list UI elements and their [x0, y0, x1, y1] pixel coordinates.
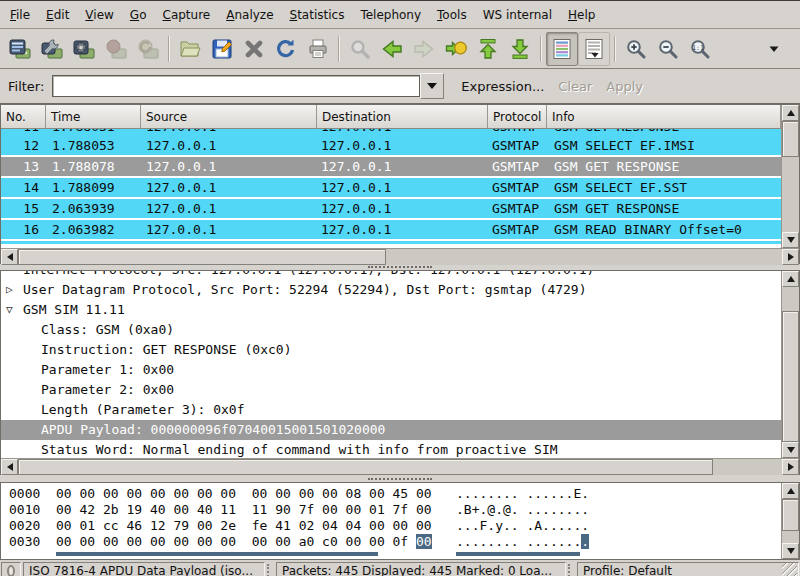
column-header-destination[interactable]: Destination [317, 105, 488, 129]
menu-view[interactable]: View [77, 4, 121, 26]
menu-capture[interactable]: Capture [154, 4, 218, 26]
menu-help[interactable]: Help [560, 4, 603, 26]
menu-telephony[interactable]: Telephony [352, 4, 429, 26]
zoom-in-button[interactable] [620, 32, 652, 66]
expert-info-indicator[interactable] [1, 562, 21, 576]
menu-tools[interactable]: Tools [429, 4, 475, 26]
auto-scroll-button[interactable] [578, 32, 610, 66]
scrollbar-trough[interactable] [713, 459, 782, 475]
filter-dropdown-button[interactable] [420, 73, 444, 99]
scrollbar-thumb[interactable] [782, 311, 799, 442]
hex-row[interactable]: 003000 00 00 00 00 00 00 00 00 00 a0 c0 … [1, 534, 781, 550]
detail-vscrollbar[interactable] [781, 271, 799, 458]
go-back-button[interactable] [376, 32, 408, 66]
list-interfaces-button[interactable] [4, 32, 36, 66]
scroll-down-button[interactable] [782, 442, 799, 458]
expander-closed-icon[interactable]: ▷ [6, 280, 20, 300]
hex-row[interactable]: 000000 00 00 00 00 00 00 00 00 00 00 00 … [1, 486, 781, 502]
go-to-bottom-button[interactable] [504, 32, 536, 66]
expander-open-icon[interactable]: ▽ [6, 300, 20, 320]
detail-row-partial[interactable]: Internet Protocol, Src: 127.0.0.1 (127.0… [1, 271, 781, 280]
capture-stop-button[interactable] [100, 32, 132, 66]
scroll-right-button[interactable] [782, 249, 799, 265]
hex-row[interactable]: 001000 42 2b 19 40 00 40 11 11 90 7f 00 … [1, 502, 781, 518]
detail-row-gsm-sim[interactable]: ▽GSM SIM 11.11 [1, 300, 781, 320]
expression-button[interactable]: Expression... [454, 75, 551, 98]
packet-row[interactable]: 152.063939127.0.0.1127.0.0.1GSMTAPGSM GE… [1, 199, 781, 220]
scrollbar-trough[interactable] [782, 531, 799, 543]
detail-row-parameter1[interactable]: Parameter 1: 0x00 [1, 360, 781, 380]
go-forward-button[interactable] [408, 32, 440, 66]
pane-splitter[interactable] [0, 475, 800, 482]
scroll-down-button[interactable] [782, 232, 799, 248]
apply-button[interactable]: Apply [599, 75, 650, 98]
scroll-left-button[interactable] [1, 249, 18, 265]
scroll-up-button[interactable] [782, 271, 799, 287]
packet-list-vscrollbar[interactable] [781, 105, 799, 248]
capture-start-button[interactable] [68, 32, 100, 66]
detail-row-instruction[interactable]: Instruction: GET RESPONSE (0xc0) [1, 340, 781, 360]
detail-row-status-word[interactable]: Status Word: Normal ending of command wi… [1, 440, 781, 458]
menu-statistics[interactable]: Statistics [282, 4, 353, 26]
scroll-right-button[interactable] [782, 459, 799, 475]
packet-row-selected[interactable]: 131.788078127.0.0.1127.0.0.1GSMTAPGSM GE… [1, 157, 781, 178]
detail-row-udp[interactable]: ▷User Datagram Protocol, Src Port: 52294… [1, 280, 781, 300]
scrollbar-thumb[interactable] [18, 459, 713, 475]
scroll-up-icon [787, 110, 795, 116]
packet-row-partial[interactable]: 111.788031127.0.0.1127.0.0.1GSMTAPGSM GE… [1, 129, 781, 136]
zoom-out-button[interactable] [652, 32, 684, 66]
scrollbar-trough[interactable] [782, 287, 799, 311]
colorize-button[interactable] [546, 32, 578, 66]
open-capture-button[interactable] [174, 32, 206, 66]
clear-button[interactable]: Clear [551, 75, 599, 98]
window-resize-grip[interactable] [782, 562, 797, 576]
scrollbar-thumb[interactable] [18, 249, 386, 265]
detail-row-length[interactable]: Length (Parameter 3): 0x0f [1, 400, 781, 420]
packet-list-hscrollbar[interactable] [1, 248, 799, 265]
scrollbar-thumb[interactable] [782, 499, 799, 531]
column-header-info[interactable]: Info [547, 105, 781, 129]
scrollbar-trough[interactable] [386, 249, 782, 265]
reload-button[interactable] [270, 32, 302, 66]
go-back-icon [380, 37, 404, 61]
packet-row[interactable]: 121.788053127.0.0.1127.0.0.1GSMTAPGSM SE… [1, 136, 781, 157]
save-button[interactable] [206, 32, 238, 66]
menu-analyze[interactable]: Analyze [218, 4, 281, 26]
detail-row-parameter2[interactable]: Parameter 2: 0x00 [1, 380, 781, 400]
toolbar-overflow-button[interactable] [758, 32, 790, 66]
scroll-left-button[interactable] [1, 459, 18, 475]
column-header-source[interactable]: Source [141, 105, 317, 129]
menu-file[interactable]: File [2, 4, 38, 26]
go-to-packet-button[interactable] [440, 32, 472, 66]
go-to-top-icon [476, 37, 500, 61]
scroll-up-button[interactable] [782, 483, 799, 499]
menu-ws-internal[interactable]: WS internal [475, 4, 560, 26]
packet-row[interactable]: 141.788099127.0.0.1127.0.0.1GSMTAPGSM SE… [1, 178, 781, 199]
detail-hscrollbar[interactable] [1, 458, 799, 475]
scroll-down-button[interactable] [782, 543, 799, 559]
zoom-100-button[interactable]: 1:1 [684, 32, 716, 66]
scrollbar-trough[interactable] [782, 157, 799, 232]
detail-row-class[interactable]: Class: GSM (0xa0) [1, 320, 781, 340]
selected-byte[interactable]: 00 [416, 534, 432, 549]
scrollbar-thumb[interactable] [782, 121, 799, 157]
menu-edit[interactable]: Edit [38, 4, 77, 26]
close-button[interactable] [238, 32, 270, 66]
detail-row-apdu-payload-selected[interactable]: APDU Payload: 000000096f0704001500150102… [1, 420, 781, 440]
print-button[interactable] [302, 32, 334, 66]
find-button[interactable] [344, 32, 376, 66]
capture-restart-button[interactable] [132, 32, 164, 66]
column-header-no[interactable]: No. [1, 105, 46, 129]
packet-row-partial-bottom[interactable] [1, 241, 781, 244]
go-to-top-button[interactable] [472, 32, 504, 66]
bytes-vscrollbar[interactable] [781, 483, 799, 559]
packet-row[interactable]: 162.063982127.0.0.1127.0.0.1GSMTAPGSM RE… [1, 220, 781, 241]
hex-row[interactable]: 002000 01 cc 46 12 79 00 2e fe 41 02 04 … [1, 518, 781, 534]
selected-ascii-char[interactable]: . [581, 534, 589, 549]
menu-go[interactable]: Go [122, 4, 155, 26]
column-header-time[interactable]: Time [46, 105, 141, 129]
scroll-up-button[interactable] [782, 105, 799, 121]
filter-input[interactable] [52, 75, 420, 97]
column-header-protocol[interactable]: Protocol [488, 105, 547, 129]
capture-options-button[interactable] [36, 32, 68, 66]
